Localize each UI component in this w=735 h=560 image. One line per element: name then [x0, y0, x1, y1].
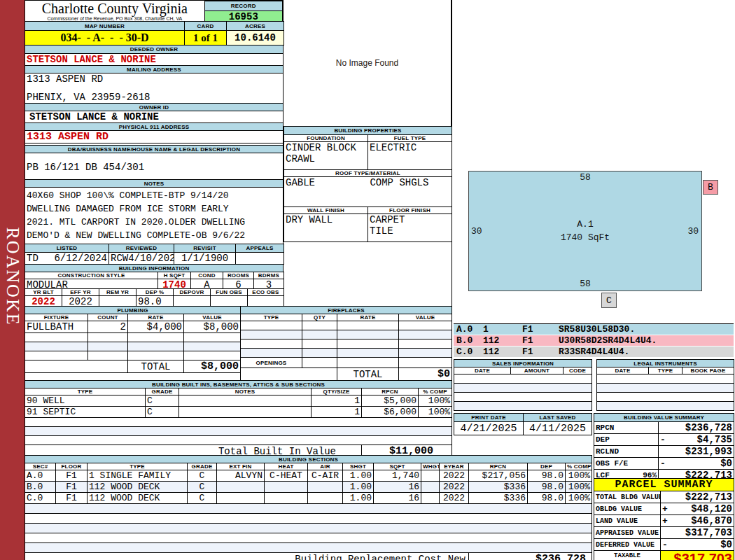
- fuel-type-label: FUEL TYPE: [368, 135, 452, 142]
- sketch-dim-left: 30: [471, 226, 482, 237]
- sketch-dim-bottom: 58: [580, 279, 591, 289]
- ecoobs-label: ECO OBS: [248, 289, 284, 296]
- fireplaces-label: FIREPLACES: [241, 307, 452, 314]
- roof-value: GABLE COMP SHGLS: [284, 177, 452, 207]
- hsqft-label: H SQFT: [158, 272, 191, 279]
- fixture-col-label: FIXTURE: [25, 314, 88, 321]
- appeals-label: APPEALS: [236, 244, 284, 253]
- plumbing-table: PLUMBING FIXTURE COUNT RATE VALUE FULLBA…: [24, 306, 241, 383]
- bdrms-label: BDRMS: [254, 272, 284, 279]
- plumbing-value: $8,000: [184, 321, 241, 333]
- print-date-label: PRINT DATE: [454, 414, 524, 422]
- foundation-value: CINDER BLOCK CRAWL: [284, 142, 368, 170]
- print-date-value: 4/21/2025: [454, 422, 524, 435]
- building-info-label: BUILDING INFORMATION: [25, 265, 284, 272]
- plumbing-count: 2: [88, 321, 128, 333]
- sketch-area-id: A.1: [577, 219, 593, 230]
- built-ins-table: BUILDING BUILT INS, BASEMENTS, ATTICS & …: [24, 380, 452, 458]
- notes-block: 40X60 SHOP 100\% COMPLETE-BTP 9/14/20 DW…: [25, 188, 284, 247]
- section-row: A.0 F1 1 SINGLE FAMILY C ALVYN C-HEAT C-…: [25, 470, 592, 482]
- owner-id-label: OWNER ID: [25, 104, 284, 111]
- listed-label: LISTED: [25, 244, 109, 253]
- comp-col-label: % COMP: [419, 388, 452, 396]
- parcel-row: LAND VALUE +$46,870: [594, 515, 734, 527]
- mailing-address-block: 1313 ASPEN RD PHENIX, VA 23959-2618: [25, 74, 284, 104]
- value-summary-row: DEP -$4,735: [594, 434, 734, 446]
- plumbing-row: FULLBATH 2 $4,000 $8,000: [25, 321, 241, 333]
- grade-col-label: GRADE: [146, 388, 179, 396]
- mailing-line1: 1313 ASPEN RD: [27, 74, 281, 85]
- type-col-label: TYPE: [25, 388, 146, 396]
- building-value-summary-label: BUILDING VALUE SUMMARY: [594, 414, 734, 422]
- revisit-label: REVISIT: [174, 244, 236, 253]
- type-col-label: TYPE: [241, 314, 302, 321]
- notes-line: DWELLING DAMAGED FROM ICE STORM EARLY: [27, 202, 281, 216]
- replacement-cost-label: Building Replacement Cost New: [25, 553, 469, 560]
- value-summary-row: OBS F/E -$0: [594, 458, 734, 470]
- map-number-value: 034- - A- - - 30-D: [25, 31, 185, 46]
- legal-instruments-label: LEGAL INSTRUMENTS: [597, 360, 734, 368]
- floor-finish-value: CARPET TILE: [368, 214, 452, 242]
- building-properties-label: BUILDING PROPERTIES: [284, 127, 452, 135]
- mailing-line2: PHENIX, VA 23959-2618: [27, 92, 281, 103]
- rooms-label: ROOMS: [223, 272, 254, 279]
- parcel-row: APPRAISED VALUE $317,703: [594, 527, 734, 539]
- remyr-label: REM YR: [99, 289, 136, 296]
- reviewed-value: RCW4/10/2025: [109, 253, 174, 265]
- plumbing-total-value: $8,000: [184, 360, 241, 373]
- wall-finish-label: WALL FINISH: [284, 207, 368, 214]
- county-name: Charlotte County Virginia: [25, 1, 204, 16]
- construction-style-label: CONSTRUCTION STYLE: [25, 272, 158, 279]
- legend-row-c: C.0 112 F1 R33SR4D4L4U4.: [454, 346, 734, 358]
- trace-code: U30R58D2SR4D4L4U4.: [559, 335, 657, 346]
- county-header: Charlotte County Virginia Commissioner o…: [24, 0, 284, 21]
- owner-stack-table: DEEDED OWNER STETSON LANCE & NORINE MAIL…: [24, 45, 284, 247]
- legend-row-a: A.0 1 F1 SR58U30L58D30.: [454, 324, 734, 335]
- acres-value: 10.6140: [227, 31, 284, 46]
- effyr-label: EFF YR: [62, 289, 99, 296]
- built-in-row: 90 WELL C 1 $5,000 100%: [25, 396, 452, 407]
- appeals-value: [236, 253, 284, 265]
- roof-type-value: GABLE: [286, 177, 364, 188]
- dba-legal-label: DBA/BUISNESS NAME/HOUSE NAME & LEGAL DES…: [25, 146, 284, 153]
- depovr-label: DEPOVR: [174, 289, 211, 296]
- yrblt-label: YR BLT: [25, 289, 62, 296]
- fireplaces-total-value: $0: [399, 368, 452, 381]
- record-box: RECORD 16953: [204, 1, 283, 23]
- legal-instruments-table: LEGAL INSTRUMENTS DATE TYPE BOOK PAGE: [596, 359, 734, 411]
- roof-material-value: COMP SHGLS: [370, 177, 428, 188]
- taxable-label: TAXABLE VALUE: [594, 551, 661, 560]
- funobs-label: FUN OBS: [211, 289, 248, 296]
- floor-finish-label: FLOOR FINISH: [368, 207, 452, 214]
- roof-label: ROOF TYPE/MATERIAL: [284, 170, 452, 177]
- sketch-legend: A.0 1 F1 SR58U30L58D30. B.0 112 F1 U30R5…: [454, 323, 734, 358]
- rate-col-label: RATE: [337, 314, 399, 321]
- deeded-owner-value: STETSON LANCE & NORINE: [25, 54, 284, 66]
- card-value: 1 of 1: [185, 31, 227, 46]
- acres-label: ACRES: [227, 22, 284, 31]
- sketch-dim-top: 58: [580, 172, 591, 183]
- plumbing-label: PLUMBING: [25, 307, 241, 314]
- notes-label: NOTES: [25, 180, 284, 188]
- parcel-row: OBLDG VALUE +$48,120: [594, 503, 734, 515]
- taxable-value: $317,703: [674, 551, 732, 560]
- notes-line: DEMO'D & NEW DWELLING COMPLETE-OB 9/6/22: [27, 229, 281, 242]
- fuel-type-value: ELECTRIC: [368, 142, 452, 170]
- building-info-row2: YR BLT EFF YR REM YR DEP % DEPOVR FUN OB…: [24, 288, 284, 308]
- plumbing-rate: $4,000: [128, 321, 184, 333]
- sketch-panel: 58 58 30 30 A.1 1740 SqFt B C: [451, 0, 735, 323]
- built-in-row: 91 SEPTIC C 1 $6,000 100%: [25, 407, 452, 418]
- section-row: C.0 F1 112 WOOD DECK C 1.00 16 2022 $336…: [25, 493, 592, 504]
- sketch-area-sqft: 1740 SqFt: [561, 232, 610, 243]
- parcel-row: DEFERRED VALUE -$0: [594, 539, 734, 551]
- sidebar-band: ROANOKE: [0, 0, 24, 560]
- taxable-row: TAXABLE VALUE $317,703: [594, 551, 734, 560]
- parcel-summary-label: PARCEL SUMMARY: [615, 479, 713, 491]
- building-sections-label: BUILDING SECTIONS: [25, 456, 592, 463]
- rpcn-col-label: RPCN: [362, 388, 419, 396]
- notes-line: 40X60 SHOP 100\% COMPLETE-BTP 9/14/20: [27, 189, 281, 202]
- county-title-block: Charlotte County Virginia Commissioner o…: [25, 1, 204, 21]
- parcel-summary-table: PARCEL SUMMARY TOTAL BLDG VALUE $222,713…: [594, 478, 734, 560]
- notes-col-label: NOTES: [179, 388, 312, 396]
- map-card-acres-table: MAP NUMBER CARD ACRES 034- - A- - - 30-D…: [24, 21, 284, 46]
